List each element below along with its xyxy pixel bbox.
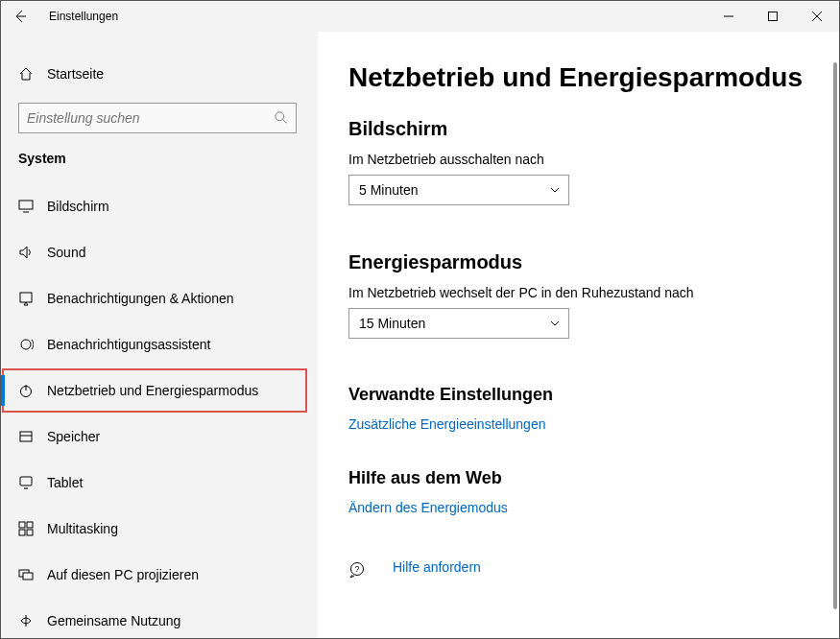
svg-rect-2	[19, 201, 33, 209]
sleep-label: Im Netzbetrieb wechselt der PC in den Ru…	[348, 285, 808, 300]
sidebar-item-display[interactable]: Bildschirm	[1, 183, 318, 229]
section-screen-heading: Bildschirm	[348, 118, 808, 140]
get-help-link[interactable]: Hilfe anfordern	[393, 559, 481, 575]
scrollbar[interactable]	[833, 62, 837, 609]
storage-icon	[18, 429, 47, 444]
svg-rect-10	[27, 522, 33, 528]
content: Netzbetrieb und Energiesparmodus Bildsch…	[318, 32, 839, 638]
get-help-row[interactable]: ? Hilfe anfordern	[348, 557, 808, 582]
sidebar-item-label: Multitasking	[47, 521, 118, 536]
home-label: Startseite	[47, 66, 104, 82]
svg-point-4	[21, 340, 31, 349]
tablet-icon	[18, 475, 47, 490]
sidebar-item-multitask[interactable]: Multitasking	[1, 506, 318, 552]
page-title: Netzbetrieb und Energiesparmodus	[348, 62, 808, 93]
display-icon	[18, 199, 47, 214]
minimize-icon	[724, 12, 733, 21]
sidebar-item-label: Benachrichtigungen & Aktionen	[47, 291, 234, 306]
sidebar-item-notifications[interactable]: Benachrichtigungen & Aktionen	[1, 275, 318, 321]
svg-rect-12	[27, 530, 33, 535]
focus-icon	[18, 337, 47, 352]
svg-rect-14	[23, 573, 33, 580]
home-link[interactable]: Startseite	[18, 55, 318, 93]
section-webhelp-heading: Hilfe aus dem Web	[348, 468, 808, 488]
titlebar: Einstellungen	[1, 1, 839, 32]
svg-point-8	[26, 488, 27, 489]
section-related-heading: Verwandte Einstellungen	[348, 385, 808, 405]
sidebar-item-share[interactable]: Gemeinsame Nutzung	[1, 598, 318, 638]
sidebar-item-label: Sound	[47, 245, 85, 260]
section-sleep-heading: Energiesparmodus	[348, 251, 808, 273]
search-input[interactable]	[27, 110, 275, 126]
sidebar-item-label: Auf diesen PC projizieren	[47, 567, 199, 582]
sidebar-item-power[interactable]: Netzbetrieb und Energiesparmodus	[1, 367, 308, 414]
notifications-icon	[18, 291, 47, 306]
screen-off-value: 5 Minuten	[359, 182, 418, 198]
arrow-left-icon	[12, 9, 28, 24]
sound-icon	[18, 245, 47, 260]
svg-point-1	[276, 112, 284, 121]
sidebar-item-tablet[interactable]: Tablet	[1, 460, 318, 506]
sidebar-item-label: Speicher	[47, 429, 100, 444]
power-icon	[18, 383, 47, 398]
search-icon	[275, 111, 288, 125]
sidebar-item-storage[interactable]: Speicher	[1, 414, 318, 460]
sidebar-item-project[interactable]: Auf diesen PC projizieren	[1, 552, 318, 598]
sidebar-item-sound[interactable]: Sound	[1, 229, 318, 275]
sleep-select[interactable]: 15 Minuten	[348, 308, 569, 339]
svg-text:?: ?	[354, 564, 359, 574]
svg-rect-3	[20, 293, 32, 302]
svg-rect-9	[19, 522, 25, 528]
svg-rect-11	[19, 530, 25, 535]
back-button[interactable]	[1, 1, 39, 32]
svg-rect-7	[20, 477, 32, 485]
close-button[interactable]	[795, 1, 839, 32]
sidebar: Startseite System BildschirmSoundBenachr…	[1, 32, 318, 638]
chevron-down-icon	[549, 184, 561, 196]
chevron-down-icon	[549, 318, 561, 329]
minimize-button[interactable]	[707, 1, 751, 32]
search-box[interactable]	[18, 103, 297, 133]
svg-rect-0	[769, 12, 778, 21]
sidebar-item-label: Bildschirm	[47, 199, 109, 214]
window-title: Einstellungen	[39, 10, 707, 23]
sidebar-section-title: System	[18, 151, 318, 166]
share-icon	[18, 613, 47, 628]
maximize-button[interactable]	[751, 1, 795, 32]
sidebar-item-label: Benachrichtigungsassistent	[47, 337, 210, 352]
sleep-value: 15 Minuten	[359, 316, 425, 331]
project-icon	[18, 567, 47, 582]
sidebar-item-label: Tablet	[47, 475, 83, 490]
window-controls	[707, 1, 839, 32]
screen-off-select[interactable]: 5 Minuten	[348, 175, 569, 205]
svg-rect-6	[20, 432, 32, 441]
sidebar-item-focus[interactable]: Benachrichtigungsassistent	[1, 321, 318, 367]
additional-power-link[interactable]: Zusätzliche Energieeinstellungen	[348, 416, 808, 432]
close-icon	[812, 12, 822, 21]
screen-off-label: Im Netzbetrieb ausschalten nach	[348, 152, 808, 167]
home-icon	[18, 66, 47, 82]
help-icon: ?	[348, 561, 366, 579]
sidebar-item-label: Gemeinsame Nutzung	[47, 613, 180, 628]
sidebar-item-label: Netzbetrieb und Energiesparmodus	[47, 383, 258, 398]
maximize-icon	[768, 12, 778, 21]
multitask-icon	[18, 521, 47, 536]
change-energymode-link[interactable]: Ändern des Energiemodus	[348, 500, 808, 515]
